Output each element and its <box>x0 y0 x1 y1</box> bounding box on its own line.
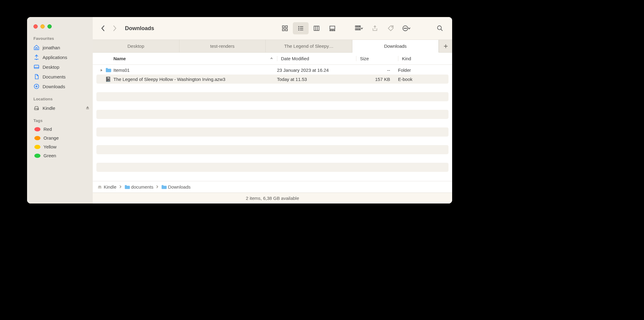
column-header-label: Date Modified <box>281 56 309 61</box>
forward-button[interactable] <box>112 25 117 31</box>
sidebar-item-documents[interactable]: Documents <box>27 72 93 82</box>
file-name: The Legend of Sleepy Hollow - Washington… <box>113 77 273 82</box>
fullscreen-window-button[interactable] <box>47 24 52 29</box>
sidebar-item-downloads[interactable]: Downloads <box>27 82 93 91</box>
svg-rect-8 <box>286 29 287 31</box>
list-spacer <box>96 84 448 92</box>
new-tab-button[interactable] <box>439 40 452 52</box>
folder-icon <box>161 185 167 189</box>
view-mode-group <box>277 22 340 34</box>
toolbar: Downloads <box>93 17 452 40</box>
tab-test-renders[interactable]: test-renders <box>179 40 266 52</box>
empty-row: . <box>96 92 448 101</box>
drive-icon <box>97 184 102 190</box>
disclosure-triangle-icon[interactable] <box>98 68 105 73</box>
svg-point-27 <box>406 28 407 29</box>
file-kind: E-book <box>394 77 448 82</box>
column-headers: Name Date Modified Size Kind <box>93 53 452 65</box>
svg-rect-21 <box>357 29 359 30</box>
path-segment-documents[interactable]: documents <box>124 184 154 190</box>
window-title: Downloads <box>125 25 154 32</box>
home-icon <box>33 44 40 50</box>
path-segment-kindle[interactable]: Kindle <box>97 184 116 190</box>
minimize-window-button[interactable] <box>40 24 45 29</box>
sidebar-tag-yellow[interactable]: Yellow <box>27 142 93 151</box>
tab-label: Desktop <box>127 43 144 49</box>
svg-point-3 <box>38 109 38 109</box>
svg-point-10 <box>299 28 299 29</box>
svg-point-25 <box>404 28 404 29</box>
tags-button[interactable] <box>384 22 397 34</box>
tab-sleepy-hollow[interactable]: The Legend of Sleepy… <box>266 40 352 52</box>
sidebar-header-tags: Tags <box>27 118 93 125</box>
status-bar: 2 items, 6,38 GB available <box>93 193 452 203</box>
view-columns-button[interactable] <box>309 22 324 34</box>
tab-desktop[interactable]: Desktop <box>93 40 179 52</box>
column-header-kind[interactable]: Kind <box>398 56 452 61</box>
sidebar-item-label: Yellow <box>43 144 90 149</box>
column-header-date[interactable]: Date Modified <box>277 56 356 61</box>
view-list-button[interactable] <box>293 22 309 34</box>
sidebar-item-kindle[interactable]: Kindle <box>27 103 93 113</box>
sidebar-tag-green[interactable]: Green <box>27 151 93 160</box>
sidebar-item-desktop[interactable]: Desktop <box>27 62 93 72</box>
sidebar-header-favourites: Favourites <box>27 36 93 43</box>
svg-point-23 <box>392 26 393 27</box>
svg-rect-29 <box>98 187 102 189</box>
sidebar-tag-orange[interactable]: Orange <box>27 134 93 142</box>
file-name: Items01 <box>113 68 273 73</box>
svg-point-9 <box>299 26 299 27</box>
svg-point-28 <box>438 26 441 30</box>
file-size: 157 KB <box>352 77 394 82</box>
file-date: Today at 11.53 <box>273 77 352 82</box>
svg-rect-0 <box>34 65 39 68</box>
column-header-name[interactable]: Name <box>93 56 277 61</box>
list-spacer <box>96 119 448 127</box>
file-list: Items01 23 January 2023 at 16.24 -- Fold… <box>93 65 452 181</box>
sidebar-item-label: Applications <box>43 55 90 60</box>
column-header-size[interactable]: Size <box>356 56 398 61</box>
window-controls <box>27 24 93 36</box>
tag-dot-icon <box>34 127 40 131</box>
column-header-label: Size <box>360 56 369 61</box>
svg-rect-4 <box>86 108 89 109</box>
tab-downloads[interactable]: Downloads <box>352 40 439 53</box>
chevron-right-icon <box>119 184 122 190</box>
path-label: Downloads <box>168 184 191 190</box>
back-button[interactable] <box>101 25 106 31</box>
tab-label: Downloads <box>384 43 407 49</box>
nav-arrows <box>101 25 117 31</box>
sidebar-item-applications[interactable]: Applications <box>27 52 93 62</box>
view-icons-button[interactable] <box>277 22 293 34</box>
search-button[interactable] <box>433 22 447 34</box>
svg-rect-16 <box>334 30 335 31</box>
sidebar: Favourites jonathan Applications Desktop… <box>27 17 93 203</box>
sort-ascending-icon <box>270 56 273 61</box>
file-date: 23 January 2023 at 16.24 <box>273 68 352 73</box>
eject-icon[interactable] <box>85 106 90 111</box>
share-button[interactable] <box>368 22 382 34</box>
group-by-button[interactable] <box>352 22 366 34</box>
tab-label: The Legend of Sleepy… <box>284 43 334 49</box>
sidebar-item-home[interactable]: jonathan <box>27 43 93 52</box>
close-window-button[interactable] <box>33 24 38 29</box>
tab-bar: Desktop test-renders The Legend of Sleep… <box>93 40 452 53</box>
sidebar-locations-group: Locations Kindle <box>27 97 93 113</box>
sidebar-favourites-group: Favourites jonathan Applications Desktop… <box>27 36 93 91</box>
sidebar-tags-group: Tags Red Orange Yellow Green <box>27 118 93 160</box>
sidebar-item-label: Orange <box>43 135 90 141</box>
file-row-ebook[interactable]: 📓 The Legend of Sleepy Hollow - Washingt… <box>96 75 448 84</box>
folder-icon <box>124 185 130 189</box>
path-label: documents <box>131 184 153 190</box>
empty-row: . <box>96 145 448 154</box>
svg-rect-13 <box>330 26 335 29</box>
path-segment-downloads[interactable]: Downloads <box>161 184 190 190</box>
book-icon: 📓 <box>105 76 112 82</box>
sidebar-item-label: Desktop <box>43 64 90 70</box>
svg-rect-5 <box>282 26 284 28</box>
view-gallery-button[interactable] <box>324 22 340 34</box>
sidebar-tag-red[interactable]: Red <box>27 125 93 134</box>
file-row-folder[interactable]: Items01 23 January 2023 at 16.24 -- Fold… <box>96 65 448 75</box>
more-actions-button[interactable] <box>400 22 413 34</box>
column-header-label: Name <box>113 56 126 61</box>
